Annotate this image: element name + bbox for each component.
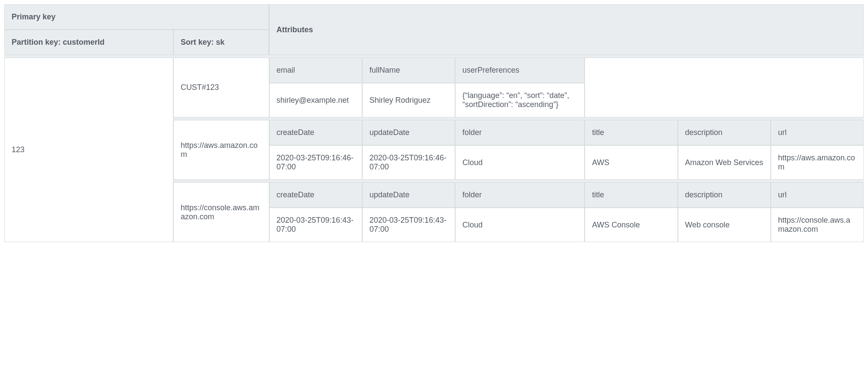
attr-value: Shirley Rodriguez [362, 83, 455, 117]
attr-value: AWS Console [585, 208, 677, 242]
attr-header: email [269, 58, 362, 83]
sort-key-value: https://console.aws.amazon.com [173, 182, 269, 242]
attr-value: 2020-03-25T09:16:43-07:00 [269, 208, 362, 242]
attr-value: {“language”: “en”, “sort”: “date”, “sort… [455, 83, 585, 117]
attr-header: userPreferences [455, 58, 585, 83]
attr-header: folder [455, 120, 585, 145]
attr-value: Cloud [455, 208, 585, 242]
sort-key-value: https://aws.amazon.com [173, 120, 269, 180]
attr-header: createDate [269, 182, 362, 208]
attr-value: AWS [585, 145, 677, 180]
attr-header: title [585, 120, 677, 145]
header-attributes: Attributes [269, 4, 864, 55]
attr-value: 2020-03-25T09:16:46-07:00 [362, 145, 455, 180]
attr-value: https://aws.amazon.com [771, 145, 864, 180]
attr-header: url [771, 182, 864, 208]
attr-value: 2020-03-25T09:16:46-07:00 [269, 145, 362, 180]
attr-header: updateDate [362, 120, 455, 145]
attr-value: Amazon Web Services [678, 145, 771, 180]
attr-value: shirley@example.net [269, 83, 362, 117]
attr-header: url [771, 120, 864, 145]
attr-value: Web console [678, 208, 771, 242]
attr-header: title [585, 182, 677, 208]
header-partition-key: Partition key: customerId [4, 30, 173, 55]
sort-key-value: CUST#123 [173, 58, 269, 117]
attr-value: 2020-03-25T09:16:43-07:00 [362, 208, 455, 242]
blank-cell [585, 58, 864, 117]
attr-header: description [678, 120, 771, 145]
dynamodb-table: Primary key Attributes Partition key: cu… [4, 4, 864, 242]
attr-value: Cloud [455, 145, 585, 180]
attr-header: description [678, 182, 771, 208]
attr-header: folder [455, 182, 585, 208]
attr-value: https://console.aws.amazon.com [771, 208, 864, 242]
table-row: 123 CUST#123 email fullName userPreferen… [4, 58, 864, 83]
attr-header: fullName [362, 58, 455, 83]
header-sort-key: Sort key: sk [173, 30, 269, 55]
attr-header: updateDate [362, 182, 455, 208]
attr-header: createDate [269, 120, 362, 145]
partition-key-value: 123 [4, 58, 173, 242]
header-primary-key: Primary key [4, 4, 269, 30]
